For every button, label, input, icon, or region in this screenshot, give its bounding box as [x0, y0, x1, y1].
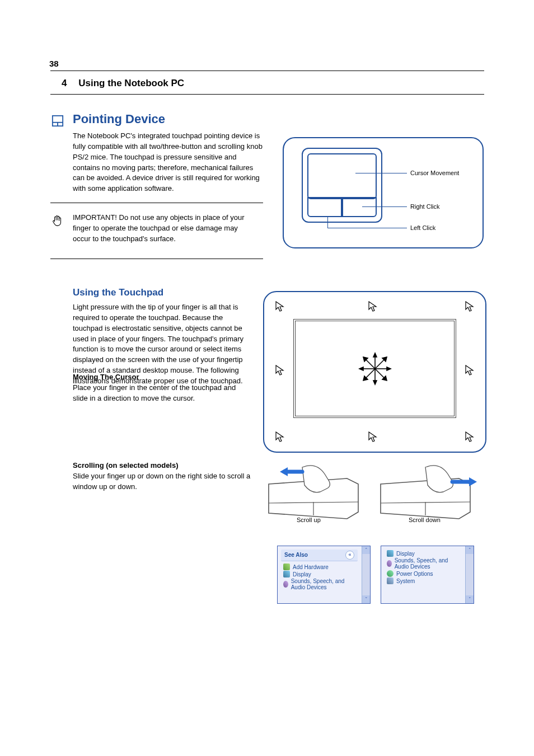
see-also-list: Add Hardware Display Sounds, Speech, and… — [283, 563, 357, 601]
cursor-icon — [465, 301, 474, 312]
para-scrolling: Slide your finger up or down on the righ… — [73, 472, 250, 491]
section-header: 4 Using the Notebook PC — [62, 78, 184, 89]
touchpad-icon — [51, 115, 64, 127]
cp-item-label: Sounds, Speech, and Audio Devices — [395, 557, 460, 570]
cp-item-label: System — [396, 578, 415, 584]
see-also-header[interactable]: See Also « — [281, 550, 358, 561]
heading-using-touchpad: Using the Touchpad — [73, 287, 163, 298]
sounds-icon — [387, 560, 392, 567]
display-icon — [283, 571, 290, 577]
cp-item-label: Sounds, Speech, and Audio Devices — [291, 578, 357, 590]
system-icon — [387, 577, 394, 584]
important-note: IMPORTANT! Do not use any objects in pla… — [73, 213, 257, 245]
cursor-icon — [368, 431, 377, 443]
section-number: 4 — [62, 78, 67, 88]
svg-marker-24 — [469, 477, 477, 486]
cursor-icon — [275, 431, 284, 443]
svg-line-11 — [365, 359, 375, 369]
svg-marker-6 — [373, 381, 377, 384]
hand-stop-icon — [51, 214, 64, 229]
page-title: Pointing Device — [73, 112, 165, 126]
cp-item-label: Add Hardware — [293, 564, 329, 570]
label-right-click: Right Click — [410, 203, 440, 210]
scrollbar[interactable]: ˄ ˅ — [465, 546, 474, 603]
control-panel-pane-left: See Also « Add Hardware Display Sounds, … — [277, 546, 371, 604]
cursor-icon — [368, 301, 377, 312]
touchpad-diagram: Cursor Movement Right Click Left Click — [283, 137, 484, 248]
para-move-cursor: Place your finger in the center of the t… — [73, 383, 236, 402]
leader-line — [362, 206, 407, 207]
hardware-icon — [283, 564, 290, 570]
cp-item-system[interactable]: System — [387, 577, 460, 584]
cp-right-list: Display Sounds, Speech, and Audio Device… — [387, 550, 460, 601]
moving-cursor-block: Moving The Cursor Place your finger in t… — [73, 372, 252, 404]
svg-line-17 — [375, 369, 385, 379]
scrollbar[interactable]: ˄ ˅ — [362, 546, 370, 603]
cp-item-label: Display — [396, 551, 415, 557]
eight-direction-arrows-icon — [358, 352, 392, 386]
svg-marker-21 — [280, 467, 288, 476]
sounds-icon — [283, 581, 288, 588]
scrolling-block: Scrolling (on selected models) Slide you… — [73, 461, 252, 492]
section-title: Using the Notebook PC — [78, 78, 184, 88]
svg-marker-4 — [373, 353, 377, 357]
collapse-icon[interactable]: « — [345, 551, 354, 560]
scroll-gesture-diagram: Scroll up Scroll down — [263, 462, 484, 523]
divider — [50, 203, 263, 203]
cp-item-label: Display — [293, 571, 311, 577]
divider — [50, 259, 263, 259]
cp-item-label: Power Options — [396, 571, 433, 577]
cp-item-sounds[interactable]: Sounds, Speech, and Audio Devices — [283, 578, 357, 590]
cp-item-add-hardware[interactable]: Add Hardware — [283, 564, 357, 570]
touchpad-right-button — [342, 197, 377, 217]
page-number: 38 — [49, 59, 59, 68]
cursor-direction-diagram — [263, 291, 486, 453]
leader-line — [327, 217, 328, 228]
touchpad-surface — [307, 153, 377, 199]
scroll-up-caption: Scroll up — [297, 516, 321, 523]
cp-item-sounds[interactable]: Sounds, Speech, and Audio Devices — [387, 557, 460, 570]
power-icon — [387, 570, 394, 577]
svg-marker-10 — [387, 367, 391, 370]
see-also-label: See Also — [284, 552, 308, 558]
scroll-up-button[interactable]: ˄ — [466, 546, 474, 554]
leader-line — [355, 173, 407, 173]
cp-item-display[interactable]: Display — [283, 571, 357, 577]
svg-line-15 — [365, 369, 375, 379]
cursor-icon — [275, 301, 284, 312]
display-icon — [387, 550, 394, 557]
scroll-up-button[interactable]: ˄ — [362, 546, 370, 554]
cp-item-display[interactable]: Display — [387, 550, 460, 557]
cursor-icon — [465, 431, 474, 443]
divider — [50, 71, 484, 71]
svg-marker-8 — [359, 367, 363, 370]
scroll-down-button[interactable]: ˅ — [466, 595, 474, 603]
para-intro: The Notebook PC's integrated touchpad po… — [73, 131, 263, 194]
cursor-icon — [465, 365, 474, 376]
control-panel-pane-right: Display Sounds, Speech, and Audio Device… — [381, 546, 474, 604]
moving-cursor-heading: Moving The Cursor — [73, 373, 139, 381]
leader-line — [327, 228, 407, 228]
scroll-down-button[interactable]: ˅ — [362, 595, 370, 603]
touchpad-frame — [302, 148, 382, 223]
svg-line-13 — [375, 359, 385, 369]
touchpad-left-button — [307, 197, 342, 217]
scrolling-heading: Scrolling (on selected models) — [73, 461, 179, 469]
cp-item-power[interactable]: Power Options — [387, 570, 460, 577]
label-left-click: Left Click — [410, 224, 435, 231]
scroll-down-caption: Scroll down — [409, 516, 441, 523]
label-cursor-movement: Cursor Movement — [410, 170, 459, 176]
cursor-icon — [275, 365, 284, 376]
divider — [50, 94, 484, 95]
